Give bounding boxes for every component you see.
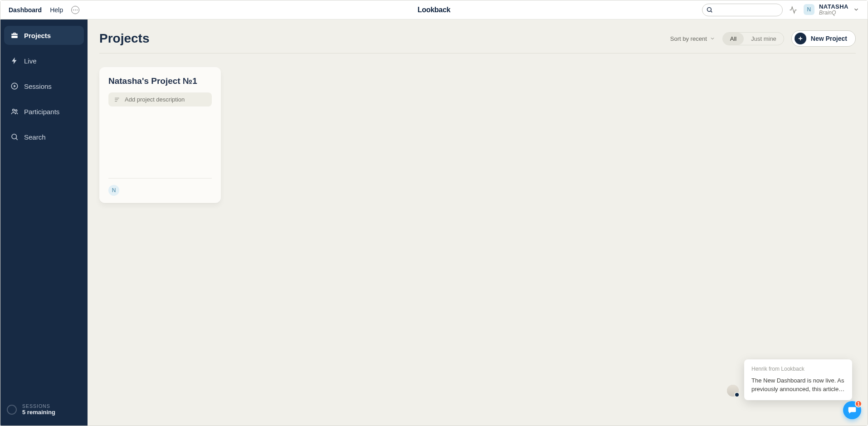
chevron-down-icon (710, 36, 715, 41)
sidebar-item-label: Search (24, 133, 46, 141)
user-menu[interactable]: N NATASHA BrainQ (804, 4, 859, 16)
notification-body: The New Dashboard is now live. As previo… (751, 377, 845, 394)
search-input[interactable] (702, 4, 783, 16)
sidebar-item-label: Sessions (24, 82, 52, 90)
avatar: N (804, 4, 814, 15)
briefcase-icon (10, 31, 19, 39)
chat-badge: 1 (855, 400, 862, 407)
notification-popup[interactable]: Henrik from Lookback The New Dashboard i… (744, 359, 852, 400)
page-title: Projects (99, 31, 150, 46)
user-name: NATASHA (819, 4, 848, 10)
filter-segmented: All Just mine (722, 32, 784, 45)
notification-from: Henrik from Lookback (751, 366, 845, 372)
chat-bubble[interactable]: 1 (843, 401, 861, 419)
svg-line-7 (16, 138, 17, 140)
sort-label: Sort by recent (670, 35, 707, 42)
text-lines-icon (114, 97, 120, 103)
svg-line-1 (711, 11, 712, 12)
help-link[interactable]: Help (50, 6, 63, 14)
member-avatar: N (108, 185, 119, 196)
svg-point-0 (707, 7, 711, 11)
dashboard-link[interactable]: Dashboard (9, 6, 42, 14)
svg-point-4 (13, 109, 15, 111)
progress-ring-icon (7, 405, 17, 415)
new-project-button[interactable]: New Project (791, 30, 856, 47)
svg-point-5 (15, 110, 17, 111)
search-icon (10, 133, 19, 141)
sidebar-item-participants[interactable]: Participants (4, 102, 84, 121)
sidebar-item-projects[interactable]: Projects (4, 26, 84, 45)
svg-point-6 (12, 134, 17, 139)
chat-icon (848, 406, 857, 415)
sidebar-item-label: Live (24, 57, 37, 65)
sessions-value: 5 remaining (22, 409, 55, 416)
user-org: BrainQ (819, 10, 848, 16)
more-icon (73, 10, 78, 10)
activity-icon[interactable] (789, 6, 797, 14)
sidebar-item-search[interactable]: Search (4, 127, 84, 146)
sidebar-item-live[interactable]: Live (4, 51, 84, 70)
plus-icon (795, 33, 806, 44)
logo: Lookback (418, 6, 450, 14)
sidebar-item-sessions[interactable]: Sessions (4, 77, 84, 96)
more-menu-button[interactable] (71, 6, 79, 14)
notification-avatar-badge (734, 392, 740, 397)
search-icon (706, 6, 713, 13)
sort-button[interactable]: Sort by recent (670, 35, 715, 42)
svg-marker-3 (14, 85, 16, 87)
project-card[interactable]: Natasha's Project №1 Add project descrip… (99, 67, 221, 203)
play-circle-icon (10, 82, 19, 90)
sidebar-item-label: Participants (24, 108, 59, 116)
add-description-button[interactable]: Add project description (108, 92, 212, 106)
filter-just-mine[interactable]: Just mine (744, 33, 784, 45)
notification-avatar (727, 385, 739, 397)
new-project-label: New Project (811, 35, 847, 42)
lightning-icon (10, 57, 19, 65)
sessions-label: SESSIONS (22, 403, 55, 409)
people-icon (10, 107, 19, 116)
project-title: Natasha's Project №1 (108, 76, 212, 86)
sidebar-item-label: Projects (24, 32, 51, 39)
chevron-down-icon (853, 6, 859, 13)
add-description-label: Add project description (125, 96, 185, 103)
sessions-remaining[interactable]: SESSIONS 5 remaining (4, 402, 84, 418)
filter-all[interactable]: All (723, 33, 744, 45)
